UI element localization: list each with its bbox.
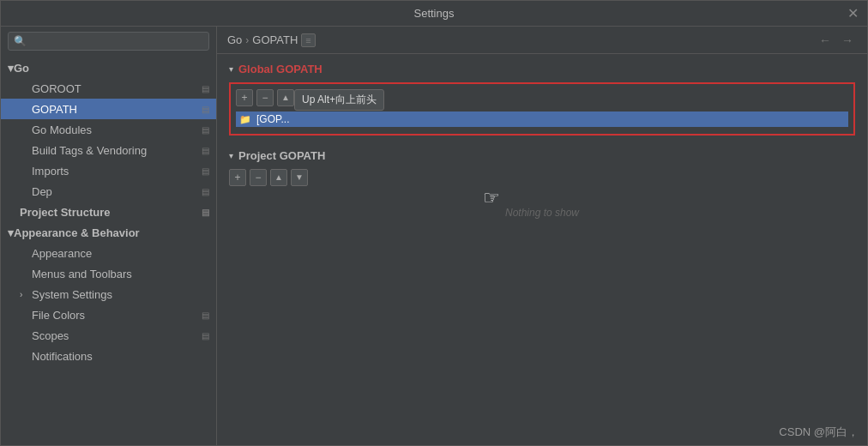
project-gopath-title: Project GOPATH [238, 149, 325, 162]
project-gopath-arrow[interactable]: ▾ [229, 151, 233, 160]
project-up-button[interactable]: ▲ [270, 169, 287, 186]
breadcrumb: Go › GOPATH ≡ [227, 33, 316, 47]
project-down-button[interactable]: ▼ [291, 169, 308, 186]
global-gopath-arrow[interactable]: ▾ [229, 64, 233, 74]
sidebar-item-build-tags[interactable]: Build Tags & Vendoring ▤ [1, 140, 216, 160]
sidebar-item-go[interactable]: ▾ Go [1, 57, 216, 78]
expand-arrow-go: ▾ [8, 62, 14, 75]
path-row-value: [GOP... [256, 113, 289, 125]
breadcrumb-nav: ← → [816, 32, 857, 49]
breadcrumb-bar: Go › GOPATH ≡ ← → [217, 27, 867, 54]
sidebar-item-appearance[interactable]: Appearance [1, 243, 216, 263]
system-settings-label: System Settings [32, 288, 211, 301]
global-gopath-header: ▾ Global GOPATH [229, 63, 855, 75]
settings-window: Settings ✕ ▾ Go GOROOT ▤ [0, 0, 868, 446]
project-structure-label: Project Structure [20, 206, 199, 219]
system-arrow: › [20, 290, 32, 299]
go-modules-label: Go Modules [32, 124, 199, 136]
global-gopath-toolbar: + − ▲ Up Alt+向上前头 ▼ [236, 89, 848, 106]
breadcrumb-gopath: GOPATH [252, 33, 298, 46]
go-modules-indicator: ▤ [199, 124, 211, 136]
menus-label: Menus and Toolbars [32, 268, 211, 280]
project-gopath-section: ▾ Project GOPATH + − ▲ ▼ Nothing to show [229, 149, 855, 236]
gopath-indicator: ▤ [199, 103, 211, 115]
goroot-label: GOROOT [32, 82, 199, 95]
file-colors-label: File Colors [32, 309, 199, 322]
sidebar-item-notifications[interactable]: Notifications [1, 346, 216, 366]
global-add-button[interactable]: + [236, 89, 253, 106]
breadcrumb-go: Go [227, 33, 242, 46]
up-btn-wrapper: ▲ Up Alt+向上前头 [277, 89, 294, 106]
sidebar-item-dep[interactable]: Dep ▤ [1, 181, 216, 202]
scopes-indicator: ▤ [199, 329, 211, 341]
sidebar-tree: ▾ Go GOROOT ▤ GOPATH ▤ [1, 56, 216, 445]
project-structure-indicator: ▤ [199, 206, 211, 218]
gopath-label: GOPATH [32, 103, 199, 116]
global-path-list: 📁 [GOP... [236, 110, 848, 129]
titlebar: Settings ✕ [1, 1, 867, 27]
content-scroll: ▾ Global GOPATH + − ▲ Up Alt+向上前头 ▼ [217, 54, 867, 445]
global-gopath-panel: + − ▲ Up Alt+向上前头 ▼ 📁 [GOP... [229, 82, 855, 136]
scopes-label: Scopes [32, 329, 199, 342]
project-gopath-panel: + − ▲ ▼ Nothing to show [229, 169, 855, 236]
sidebar-item-project-structure[interactable]: Project Structure ▤ [1, 202, 216, 222]
global-gopath-section: ▾ Global GOPATH + − ▲ Up Alt+向上前头 ▼ [229, 63, 855, 136]
sidebar-item-appearance-behavior[interactable]: ▾ Appearance & Behavior [1, 222, 216, 243]
dep-label: Dep [32, 185, 199, 198]
sidebar-item-imports[interactable]: Imports ▤ [1, 160, 216, 181]
sidebar-item-gopath[interactable]: GOPATH ▤ [1, 99, 216, 119]
goroot-indicator: ▤ [199, 82, 211, 94]
main-layout: ▾ Go GOROOT ▤ GOPATH ▤ [1, 27, 867, 445]
expand-arrow-ab: ▾ [8, 226, 14, 239]
sidebar-item-system-settings[interactable]: › System Settings [1, 284, 216, 304]
search-input[interactable] [8, 32, 209, 51]
close-button[interactable]: ✕ [847, 7, 859, 21]
global-gopath-title: Global GOPATH [238, 63, 322, 75]
appearance-label: Appearance [32, 247, 211, 260]
sidebar-item-menus-toolbars[interactable]: Menus and Toolbars [1, 263, 216, 284]
global-remove-button[interactable]: − [256, 89, 274, 106]
imports-indicator: ▤ [199, 165, 211, 177]
content-area: Go › GOPATH ≡ ← → ▾ Global GOPATH [217, 27, 867, 445]
breadcrumb-sep: › [245, 34, 249, 46]
empty-hint: Nothing to show [229, 190, 855, 236]
nav-forward-button[interactable]: → [838, 32, 857, 49]
appearance-behavior-label: Appearance & Behavior [14, 226, 140, 239]
watermark: CSDN @阿白， [779, 425, 859, 440]
file-colors-indicator: ▤ [199, 309, 211, 321]
global-up-button[interactable]: ▲ [277, 89, 294, 106]
folder-icon: 📁 [239, 114, 251, 125]
sidebar-item-go-modules[interactable]: Go Modules ▤ [1, 119, 216, 140]
go-label: Go [14, 62, 29, 75]
sidebar-item-file-colors[interactable]: File Colors ▤ [1, 304, 216, 325]
notifications-label: Notifications [32, 350, 211, 363]
project-remove-button[interactable]: − [250, 169, 267, 186]
breadcrumb-menu-icon[interactable]: ≡ [301, 33, 315, 47]
project-gopath-header: ▾ Project GOPATH [229, 149, 855, 162]
sidebar-item-goroot[interactable]: GOROOT ▤ [1, 78, 216, 99]
dep-indicator: ▤ [199, 185, 211, 197]
imports-label: Imports [32, 165, 199, 178]
build-tags-label: Build Tags & Vendoring [32, 144, 199, 157]
project-add-button[interactable]: + [229, 169, 246, 186]
build-tags-indicator: ▤ [199, 144, 211, 156]
sidebar-item-scopes[interactable]: Scopes ▤ [1, 325, 216, 346]
project-gopath-toolbar: + − ▲ ▼ [229, 169, 855, 186]
path-row-gop[interactable]: 📁 [GOP... [236, 112, 848, 127]
global-down-button[interactable]: ▼ [298, 89, 315, 106]
window-title: Settings [414, 7, 455, 20]
sidebar: ▾ Go GOROOT ▤ GOPATH ▤ [1, 27, 217, 445]
nav-back-button[interactable]: ← [816, 32, 835, 49]
